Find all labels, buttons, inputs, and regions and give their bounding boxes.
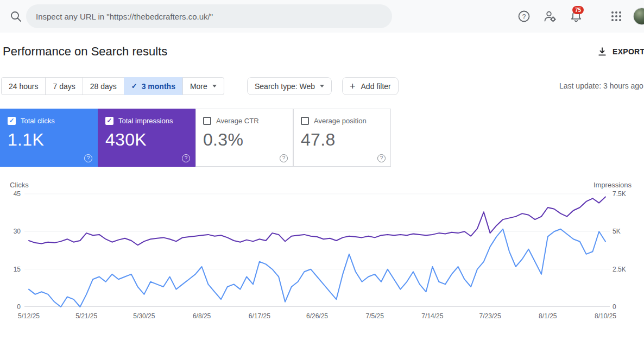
search-icon[interactable] xyxy=(9,9,23,23)
chevron-down-icon xyxy=(212,85,217,87)
metric-label: Average position xyxy=(314,117,367,125)
x-axis-tick: 7/5/25 xyxy=(366,312,384,320)
date-range-group: 24 hours 7 days 28 days ✓ 3 months More xyxy=(1,77,224,95)
page-title: Performance on Search results xyxy=(3,45,167,59)
plus-icon: + xyxy=(350,81,356,91)
export-button[interactable]: EXPORT xyxy=(597,47,644,56)
metric-card-total-clicks[interactable]: ✓ Total clicks 1.1K ? xyxy=(0,109,98,167)
date-tab-more[interactable]: More xyxy=(182,77,224,95)
date-tab-label: 7 days xyxy=(53,82,75,91)
x-axis-tick: 6/17/25 xyxy=(249,312,270,320)
date-tab-label: 3 months xyxy=(142,82,175,91)
checkmark-icon: ✓ xyxy=(131,82,137,90)
user-settings-icon[interactable] xyxy=(543,9,557,23)
topbar: ? 75 xyxy=(0,0,644,33)
date-tab-label: 24 hours xyxy=(9,82,38,91)
help-icon[interactable]: ? xyxy=(280,154,288,162)
date-tab-7-days[interactable]: 7 days xyxy=(45,77,83,95)
metric-label: Average CTR xyxy=(216,117,259,125)
notification-count-badge: 75 xyxy=(572,6,584,14)
url-inspect-input[interactable] xyxy=(36,12,382,21)
url-inspect-bar[interactable] xyxy=(26,4,392,28)
left-axis-tick: 0 xyxy=(3,303,21,311)
metric-label: Total impressions xyxy=(118,117,173,125)
download-icon xyxy=(597,47,607,56)
right-axis-tick: 2.5K xyxy=(613,265,626,274)
x-axis-tick: 5/12/25 xyxy=(18,312,40,320)
left-axis-title: Clicks xyxy=(10,181,29,189)
date-tab-label: 28 days xyxy=(90,82,117,91)
x-axis-tick: 5/21/25 xyxy=(75,312,97,320)
performance-chart: Clicks Impressions 45301507.5K5K2.5K05/1… xyxy=(0,181,644,338)
right-axis-tick: 7.5K xyxy=(613,190,626,198)
help-icon[interactable]: ? xyxy=(377,154,386,162)
left-axis-tick: 45 xyxy=(3,190,21,198)
svg-text:?: ? xyxy=(522,13,526,21)
add-filter-button[interactable]: + Add filter xyxy=(342,77,399,95)
metric-card-total-impressions[interactable]: ✓ Total impressions 430K ? xyxy=(98,109,195,167)
metric-value: 47.8 xyxy=(301,130,383,150)
date-tab-label: More xyxy=(190,82,207,91)
chart-plot[interactable] xyxy=(24,194,610,307)
total-impressions-checkbox[interactable]: ✓ xyxy=(105,117,113,125)
left-axis-tick: 30 xyxy=(3,227,21,236)
date-tab-3-months[interactable]: ✓ 3 months xyxy=(124,77,183,95)
help-icon[interactable]: ? xyxy=(517,9,531,23)
apps-grid-icon[interactable] xyxy=(609,9,623,23)
filter-bar: 24 hours 7 days 28 days ✓ 3 months More … xyxy=(0,77,644,96)
date-tab-24-hours[interactable]: 24 hours xyxy=(1,77,46,95)
average-ctr-checkbox[interactable] xyxy=(203,117,211,125)
average-position-checkbox[interactable] xyxy=(301,117,309,125)
date-tab-28-days[interactable]: 28 days xyxy=(83,77,124,95)
avatar[interactable] xyxy=(633,8,644,25)
metric-label: Total clicks xyxy=(21,117,55,125)
x-axis-tick: 8/1/25 xyxy=(539,312,557,320)
total-clicks-checkbox[interactable]: ✓ xyxy=(8,117,16,125)
metric-card-average-ctr[interactable]: Average CTR 0.3% ? xyxy=(195,109,293,167)
metric-value: 430K xyxy=(105,130,188,150)
last-update-text: Last update: 3 hours ago xyxy=(559,81,643,90)
impressions-line xyxy=(29,197,605,245)
x-axis-tick: 5/30/25 xyxy=(133,312,155,320)
metric-value: 1.1K xyxy=(8,130,90,150)
metric-card-average-position[interactable]: Average position 47.8 ? xyxy=(293,109,391,167)
x-axis-tick: 7/14/25 xyxy=(421,312,443,320)
help-icon[interactable]: ? xyxy=(84,154,92,162)
metric-cards: ✓ Total clicks 1.1K ? ✓ Total impression… xyxy=(0,109,391,167)
help-icon[interactable]: ? xyxy=(182,154,190,162)
left-axis-tick: 15 xyxy=(3,265,21,274)
x-axis-tick: 6/26/25 xyxy=(306,312,328,320)
add-filter-label: Add filter xyxy=(361,82,391,91)
search-type-filter[interactable]: Search type: Web xyxy=(247,77,332,95)
x-axis-tick: 8/10/25 xyxy=(595,312,616,320)
right-axis-title: Impressions xyxy=(594,181,632,189)
search-type-label: Search type: Web xyxy=(255,82,315,91)
right-axis-tick: 0 xyxy=(613,303,616,311)
x-axis-tick: 6/8/25 xyxy=(193,312,211,320)
export-label: EXPORT xyxy=(613,47,644,56)
x-axis-tick: 7/23/25 xyxy=(479,312,501,320)
metric-value: 0.3% xyxy=(203,130,286,150)
right-axis-tick: 5K xyxy=(613,227,621,236)
chevron-down-icon xyxy=(320,85,324,87)
search-console-performance-page: ? 75 xyxy=(0,0,644,340)
